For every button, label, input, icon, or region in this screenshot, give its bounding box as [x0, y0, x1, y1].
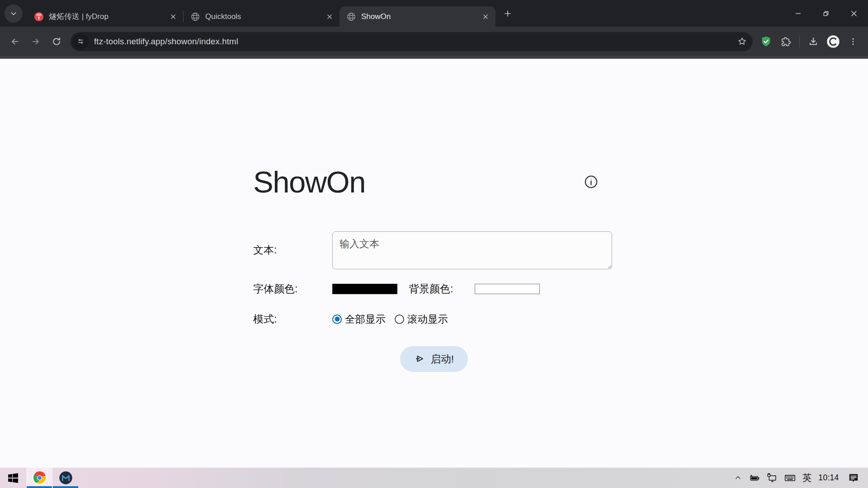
- extensions-button[interactable]: [777, 33, 794, 50]
- reload-icon: [52, 37, 61, 47]
- chrome-icon: [33, 471, 47, 485]
- windows-taskbar: 英 10:14: [0, 468, 868, 488]
- browser-menu-button[interactable]: [844, 33, 862, 50]
- minimize-button[interactable]: [784, 0, 812, 27]
- adblock-shield-icon: [760, 35, 772, 47]
- minimize-icon: [795, 10, 802, 17]
- tab-strip: 燧炻传送 | fyDrop Quicktools ShowOn: [27, 0, 495, 27]
- tab-fydrop[interactable]: 燧炻传送 | fyDrop: [27, 6, 183, 27]
- tab-showon-active[interactable]: ShowOn: [340, 6, 495, 27]
- page-title: ShowOn: [253, 165, 365, 199]
- window-controls: [784, 0, 868, 27]
- clock[interactable]: 10:14: [815, 468, 843, 488]
- forward-button[interactable]: [25, 31, 46, 52]
- network-icon: [766, 472, 778, 483]
- mode-row: 模式: 全部显示 滚动显示: [253, 312, 615, 326]
- address-bar[interactable]: ftz-tools.netlify.app/showon/index.html: [71, 32, 753, 51]
- hidden-icons-chevron-icon: [734, 474, 742, 482]
- page-content: ShowOn 文本: 字体颜色: 背景颜色: 模式:: [0, 59, 868, 468]
- globe-icon: [190, 12, 200, 22]
- radio-show-all-label[interactable]: 全部显示: [345, 312, 386, 326]
- mode-label: 模式:: [253, 312, 332, 326]
- action-center-button[interactable]: [843, 468, 864, 488]
- tab-title: Quicktools: [205, 12, 319, 21]
- start-button-windows[interactable]: [0, 468, 26, 488]
- profile-avatar-icon: [826, 35, 840, 48]
- chevron-down-icon: [10, 10, 17, 17]
- reload-button[interactable]: [46, 31, 67, 52]
- back-icon: [10, 37, 20, 47]
- toolbar-actions: [757, 33, 862, 50]
- notification-icon: [848, 472, 859, 484]
- battery-status[interactable]: [746, 468, 763, 488]
- restore-icon: [822, 10, 830, 17]
- mode-radio-group: 全部显示 滚动显示: [332, 312, 448, 326]
- bookmark-star-icon: [737, 37, 747, 46]
- broadcast-red-icon: [34, 12, 44, 22]
- tab-quicktools[interactable]: Quicktools: [184, 6, 340, 27]
- globe-icon: [346, 12, 356, 22]
- menu-dots-icon: [849, 37, 858, 46]
- windows-start-icon: [8, 473, 19, 483]
- tab-close-icon[interactable]: [324, 11, 335, 22]
- colors-row: 字体颜色: 背景颜色:: [253, 282, 615, 296]
- browser-window: 燧炻传送 | fyDrop Quicktools ShowOn: [0, 0, 868, 488]
- site-settings-tune-icon: [77, 38, 85, 45]
- text-label: 文本:: [253, 243, 332, 257]
- adblock-extension-button[interactable]: [757, 33, 774, 50]
- tab-bar: 燧炻传送 | fyDrop Quicktools ShowOn: [0, 0, 868, 27]
- radio-show-all[interactable]: [332, 314, 342, 324]
- text-row: 文本:: [253, 231, 615, 269]
- browser-toolbar: ftz-tools.netlify.app/showon/index.html: [0, 27, 868, 56]
- bg-color-label: 背景颜色:: [409, 282, 453, 296]
- font-color-label: 字体颜色:: [253, 282, 332, 296]
- profile-button[interactable]: [825, 33, 842, 50]
- close-icon: [850, 10, 858, 17]
- mail-icon: [59, 471, 73, 485]
- radio-scroll-label[interactable]: 滚动显示: [407, 312, 448, 326]
- bookmark-button[interactable]: [734, 33, 750, 50]
- taskbar-chrome-button[interactable]: [26, 468, 52, 488]
- url-text[interactable]: ftz-tools.netlify.app/showon/index.html: [94, 37, 734, 47]
- system-tray: 英 10:14: [730, 468, 868, 488]
- active-app-indicator: [53, 486, 78, 488]
- ime-indicator[interactable]: 英: [799, 468, 815, 488]
- site-settings-button[interactable]: [72, 33, 89, 50]
- showon-form: 文本: 字体颜色: 背景颜色: 模式: 全部显示 滚动显示: [253, 231, 615, 372]
- new-tab-button[interactable]: [499, 5, 516, 22]
- toolbar-separator: [799, 36, 800, 47]
- network-status[interactable]: [763, 468, 780, 488]
- downloads-button[interactable]: [805, 33, 822, 50]
- start-button[interactable]: 启动!: [400, 346, 468, 372]
- restore-button[interactable]: [812, 0, 840, 27]
- download-icon: [808, 36, 819, 47]
- radio-scroll[interactable]: [395, 314, 404, 324]
- taskbar-mail-button[interactable]: [52, 468, 79, 488]
- forward-icon: [31, 37, 41, 47]
- touch-keyboard-button[interactable]: [780, 468, 799, 488]
- touch-keyboard-icon: [784, 472, 796, 484]
- launch-play-icon: [414, 353, 425, 364]
- back-button[interactable]: [5, 31, 25, 52]
- active-app-indicator: [27, 486, 52, 488]
- info-icon: [584, 174, 599, 189]
- tab-title: 燧炻传送 | fyDrop: [49, 11, 163, 22]
- tab-close-icon[interactable]: [168, 11, 179, 22]
- tab-search-button[interactable]: [5, 5, 23, 23]
- hidden-icons-button[interactable]: [730, 468, 746, 488]
- info-button[interactable]: [583, 174, 599, 190]
- start-button-label: 启动!: [431, 352, 454, 366]
- tab-close-icon[interactable]: [480, 11, 491, 22]
- tab-title: ShowOn: [361, 12, 475, 21]
- text-input[interactable]: [332, 231, 612, 269]
- battery-charging-icon: [749, 472, 760, 483]
- font-color-picker[interactable]: [332, 284, 397, 294]
- plus-icon: [504, 9, 512, 18]
- close-window-button[interactable]: [840, 0, 868, 27]
- bg-color-picker[interactable]: [475, 284, 540, 294]
- extensions-puzzle-icon: [780, 36, 791, 47]
